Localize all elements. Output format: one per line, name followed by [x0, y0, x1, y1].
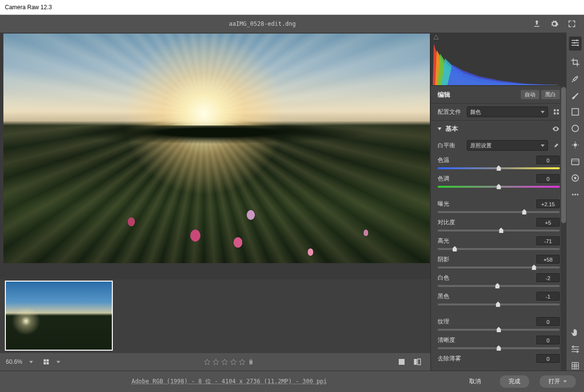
svg-rect-3 [47, 362, 49, 365]
bw-button[interactable]: 黑白 [541, 90, 560, 99]
zoom-dropdown-icon[interactable] [29, 361, 33, 363]
svg-rect-0 [44, 359, 46, 362]
slider-contrast[interactable]: 对比度+5 [431, 216, 566, 234]
svg-rect-8 [557, 109, 559, 111]
preview-image [3, 34, 430, 263]
svg-point-21 [572, 194, 573, 195]
svg-rect-4 [399, 359, 405, 365]
slider-exposure[interactable]: 曝光+2.15 [431, 197, 566, 216]
view-dropdown-icon[interactable] [56, 361, 60, 363]
wb-select[interactable]: 原照设置 [467, 140, 548, 151]
eye-icon[interactable] [552, 125, 560, 133]
zoom-icon[interactable] [570, 344, 580, 354]
trash-icon[interactable] [248, 358, 254, 365]
grid-view-icon[interactable] [43, 358, 50, 365]
histogram[interactable] [431, 33, 566, 86]
grid-icon[interactable] [570, 361, 580, 371]
auto-button[interactable]: 自动 [521, 90, 539, 99]
eyedropper-icon[interactable] [553, 142, 560, 149]
chevron-down-icon [541, 144, 545, 147]
chevron-down-icon [541, 111, 545, 113]
filename-label: aaIMG_0528-edit.dng [0, 20, 525, 27]
filmstrip [0, 279, 430, 353]
star-icon[interactable] [230, 358, 237, 365]
preview-area[interactable] [0, 33, 430, 279]
svg-rect-18 [572, 160, 579, 161]
slider-whites[interactable]: 白色-2 [431, 271, 566, 290]
svg-rect-1 [47, 359, 49, 362]
svg-point-11 [576, 39, 578, 41]
hand-icon[interactable] [570, 328, 580, 338]
redeye-icon[interactable] [570, 140, 580, 150]
svg-rect-2 [44, 362, 46, 365]
svg-rect-9 [554, 112, 556, 114]
crop-icon[interactable] [570, 57, 580, 67]
slider-blacks[interactable]: 黑色-1 [431, 290, 566, 308]
snapshot-icon[interactable] [570, 157, 580, 166]
top-bar: aaIMG_0528-edit.dng [0, 15, 584, 33]
scrollbar[interactable] [561, 86, 566, 371]
basic-title[interactable]: 基本 [445, 125, 548, 133]
svg-rect-14 [572, 108, 578, 115]
highlight-clip-icon[interactable] [433, 34, 440, 41]
star-icon[interactable] [221, 358, 228, 365]
tool-strip [566, 33, 584, 371]
svg-point-16 [574, 143, 577, 147]
zoom-level[interactable]: 60.6% [6, 358, 22, 365]
slider-temp[interactable]: 色温0 [431, 154, 566, 172]
svg-point-15 [572, 125, 578, 131]
export-icon[interactable] [532, 19, 541, 28]
svg-point-23 [577, 194, 578, 195]
svg-point-22 [574, 194, 576, 195]
svg-rect-17 [572, 159, 579, 165]
presets-icon[interactable] [570, 173, 580, 183]
wb-label: 白平衡 [438, 142, 462, 150]
before-after-icon[interactable] [413, 357, 422, 366]
heal-icon[interactable] [570, 74, 580, 84]
single-view-icon[interactable] [397, 357, 406, 366]
chevron-down-icon[interactable] [438, 127, 442, 130]
gear-icon[interactable] [550, 19, 559, 28]
slider-shadows[interactable]: 阴影+58 [431, 253, 566, 271]
cancel-button[interactable]: 取消 [460, 375, 490, 388]
svg-rect-5 [414, 359, 417, 365]
svg-rect-7 [554, 109, 556, 111]
title-bar: Camera Raw 12.3 [0, 0, 584, 15]
profile-select[interactable]: 颜色 [467, 107, 548, 117]
svg-point-13 [577, 44, 579, 46]
radial-gradient-icon[interactable] [570, 124, 580, 133]
slider-highlights[interactable]: 高光-71 [431, 234, 566, 253]
profile-label: 配置文件 [438, 108, 462, 116]
slider-texture[interactable]: 纹理0 [431, 315, 566, 334]
app-title: Camera Raw 12.3 [5, 4, 52, 11]
more-icon[interactable] [570, 190, 580, 199]
slider-tint[interactable]: 色调0 [431, 172, 566, 191]
slider-dehaze[interactable]: 去除薄雾0 [431, 352, 566, 364]
svg-point-12 [574, 42, 575, 43]
star-icon[interactable] [204, 358, 211, 365]
chevron-down-icon [563, 380, 567, 383]
status-row: 60.6% [0, 353, 430, 371]
svg-rect-10 [557, 112, 559, 114]
edit-title: 编辑 [438, 90, 519, 99]
brush-icon[interactable] [570, 90, 580, 100]
edit-sliders-icon[interactable] [570, 38, 580, 48]
slider-clarity[interactable]: 清晰度0 [431, 334, 566, 352]
svg-point-20 [574, 177, 577, 179]
fullscreen-icon[interactable] [567, 19, 576, 28]
svg-rect-6 [418, 359, 421, 365]
star-icon[interactable] [212, 358, 219, 365]
star-icon[interactable] [239, 358, 246, 365]
bottom-bar: Adobe RGB (1998) - 8 位 - 4104 x 2736 (11… [0, 371, 584, 392]
profile-grid-icon[interactable] [553, 108, 560, 115]
rating-stars[interactable] [204, 358, 254, 365]
open-button[interactable]: 打开 [539, 375, 576, 388]
done-button[interactable]: 完成 [499, 375, 530, 388]
linear-gradient-icon[interactable] [570, 107, 580, 117]
thumbnail[interactable] [5, 281, 113, 351]
image-info[interactable]: Adobe RGB (1998) - 8 位 - 4104 x 2736 (11… [8, 377, 451, 386]
